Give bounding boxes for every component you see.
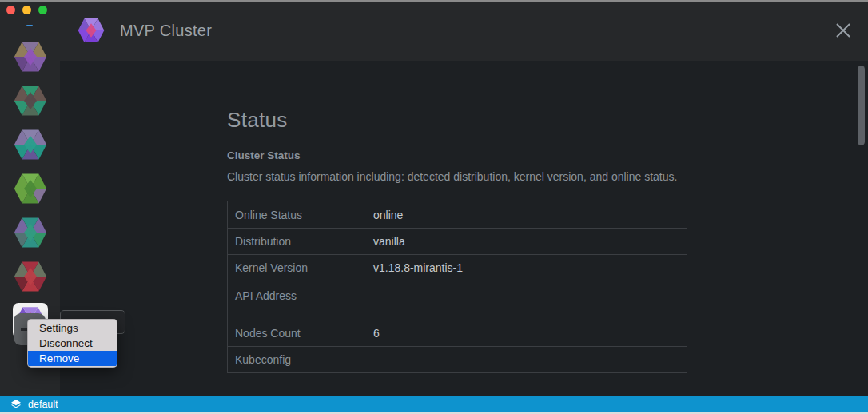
layers-icon [10, 398, 22, 411]
page-title: Status [227, 105, 687, 134]
sidebar-cluster-icon[interactable] [13, 215, 48, 250]
window-top-highlight [0, 0, 868, 2]
row-label: Kernel Version [228, 261, 373, 275]
table-row: Kubeconfig [228, 346, 687, 372]
table-row: Kernel Version v1.18.8-mirantis-1 [228, 254, 687, 281]
table-row: Distribution vanilla [228, 228, 687, 254]
close-traffic-light[interactable] [6, 6, 15, 14]
minimize-traffic-light[interactable] [22, 6, 31, 14]
window-title: MVP Cluster [120, 22, 212, 40]
sidebar-cluster-icon[interactable] [13, 83, 48, 118]
row-label: Online Status [228, 208, 373, 222]
row-label: Distribution [228, 234, 373, 249]
cluster-list [0, 39, 60, 338]
context-menu-item[interactable]: Disconnect [28, 336, 117, 351]
cluster-hex-icon [14, 215, 47, 250]
close-icon [834, 21, 853, 40]
scrollbar-thumb[interactable] [858, 66, 865, 145]
row-value: vanilla [373, 234, 405, 249]
sidebar-cluster-icon[interactable] [13, 127, 48, 162]
traffic-lights [6, 6, 47, 14]
cluster-hex-icon [14, 259, 47, 294]
cluster-icon [78, 17, 105, 44]
table-row: Online Status online [228, 201, 687, 228]
cluster-context-menu: SettingsDisconnectRemove [27, 319, 117, 368]
zoom-traffic-light[interactable] [38, 6, 47, 14]
sidebar-cluster-icon[interactable] [13, 171, 48, 206]
status-page: Status Cluster Status Cluster status inf… [227, 61, 687, 373]
table-row: API Address [228, 281, 687, 320]
row-value: v1.18.8-mirantis-1 [373, 261, 463, 275]
app-window: MVP Cluster Status Cluster Status Cluste… [0, 0, 868, 414]
active-context-label: default [28, 399, 58, 410]
cluster-hex-icon [14, 171, 47, 206]
window-header: MVP Cluster [60, 0, 868, 61]
cluster-settings-content: Status Cluster Status Cluster status inf… [60, 61, 868, 396]
cluster-hex-icon [14, 39, 47, 74]
context-menu-item[interactable]: Settings [28, 320, 117, 336]
cluster-hex-icon [14, 127, 47, 162]
cluster-status-table: Online Status online Distribution vanill… [227, 201, 687, 373]
row-value: 6 [373, 326, 380, 340]
section-description: Cluster status information including: de… [227, 169, 687, 185]
row-label: Kubeconfig [228, 352, 373, 367]
sidebar-cluster-icon[interactable] [13, 39, 48, 74]
scroll-indicator [26, 25, 33, 26]
row-value: online [373, 208, 403, 222]
status-bar: default [0, 396, 868, 412]
table-row: Nodes Count 6 [228, 320, 687, 346]
context-menu-item[interactable]: Remove [28, 351, 117, 366]
row-label: API Address [228, 281, 373, 303]
cluster-hex-icon [14, 83, 47, 118]
close-button[interactable] [833, 21, 854, 42]
section-title: Cluster Status [227, 149, 687, 162]
row-label: Nodes Count [228, 326, 373, 340]
sidebar-cluster-icon[interactable] [13, 259, 48, 294]
